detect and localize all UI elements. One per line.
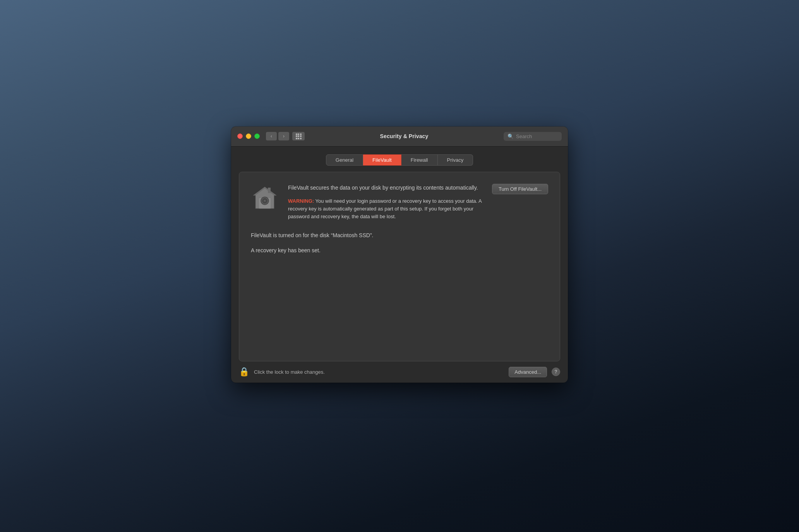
warning-body: You will need your login password or a r… bbox=[288, 198, 482, 219]
warning-label: WARNING: bbox=[288, 198, 314, 204]
bottom-bar: 🔒 Click the lock to make changes. Advanc… bbox=[231, 361, 568, 383]
system-preferences-window: ‹ › Security & Privacy 🔍 General FileVau… bbox=[231, 127, 568, 383]
filevault-icon bbox=[251, 184, 279, 212]
traffic-lights bbox=[237, 133, 260, 139]
tab-bar: General FileVault Firewall Privacy bbox=[239, 154, 560, 166]
lock-icon[interactable]: 🔒 bbox=[239, 367, 249, 377]
header-right: Turn Off FileVault... bbox=[492, 184, 548, 194]
turn-off-filevault-button[interactable]: Turn Off FileVault... bbox=[492, 184, 548, 194]
svg-point-4 bbox=[264, 200, 266, 202]
search-icon: 🔍 bbox=[508, 133, 514, 139]
filevault-status: FileVault is turned on for the disk “Mac… bbox=[251, 231, 548, 239]
help-button[interactable]: ? bbox=[552, 368, 560, 376]
close-button[interactable] bbox=[237, 133, 243, 139]
titlebar: ‹ › Security & Privacy 🔍 bbox=[231, 127, 568, 147]
search-input[interactable] bbox=[516, 133, 559, 139]
window-title: Security & Privacy bbox=[305, 133, 504, 139]
tab-filevault[interactable]: FileVault bbox=[363, 154, 401, 166]
header-text: FileVault secures the data on your disk … bbox=[288, 184, 483, 221]
advanced-button[interactable]: Advanced... bbox=[509, 367, 547, 377]
back-button[interactable]: ‹ bbox=[266, 132, 277, 140]
filevault-header: FileVault secures the data on your disk … bbox=[251, 184, 548, 221]
filevault-panel: FileVault secures the data on your disk … bbox=[239, 172, 560, 361]
grid-button[interactable] bbox=[292, 132, 305, 140]
tab-privacy[interactable]: Privacy bbox=[438, 154, 473, 166]
warning-text: WARNING: You will need your login passwo… bbox=[288, 197, 483, 221]
maximize-button[interactable] bbox=[254, 133, 260, 139]
tab-general[interactable]: General bbox=[326, 154, 363, 166]
search-bar[interactable]: 🔍 bbox=[504, 132, 562, 141]
grid-icon bbox=[296, 133, 302, 139]
tab-firewall[interactable]: Firewall bbox=[401, 154, 438, 166]
svg-rect-6 bbox=[268, 188, 271, 193]
recovery-key-status: A recovery key has been set. bbox=[251, 247, 548, 253]
lock-label: Click the lock to make changes. bbox=[254, 369, 325, 375]
content-area: General FileVault Firewall Privacy bbox=[231, 147, 568, 361]
filevault-description: FileVault secures the data on your disk … bbox=[288, 184, 483, 192]
minimize-button[interactable] bbox=[246, 133, 251, 139]
forward-button[interactable]: › bbox=[278, 132, 289, 140]
nav-buttons: ‹ › bbox=[266, 132, 305, 140]
